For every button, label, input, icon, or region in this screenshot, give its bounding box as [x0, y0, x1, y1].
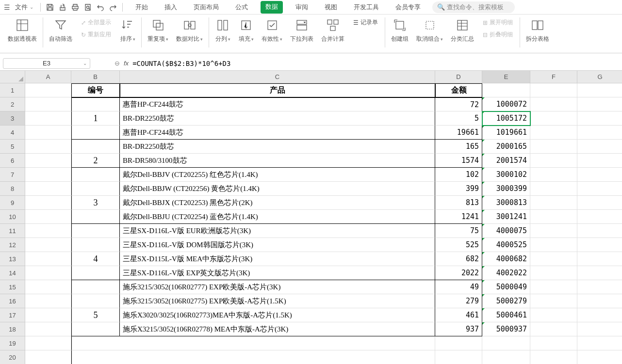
cell-C5[interactable]: BR-DR2250鼓芯 — [120, 140, 435, 154]
cell-C15[interactable]: 施乐3215/3052(106R02777) EXP欧美版-A芯片(3K) — [120, 280, 435, 294]
cell-A2[interactable] — [25, 97, 71, 111]
cell-B7[interactable] — [71, 168, 120, 182]
cell-C1[interactable]: 产品 — [120, 83, 435, 97]
tab-1[interactable]: 插入 — [161, 1, 181, 14]
group-button[interactable]: 创建组 — [388, 17, 411, 43]
print-icon[interactable] — [70, 2, 81, 13]
cell-A6[interactable] — [25, 154, 71, 168]
cell-B12[interactable] — [71, 238, 120, 252]
cell-D1[interactable]: 金额 — [435, 83, 482, 97]
cell-C12[interactable]: 三星SX-D116L-V版 DOM韩国版芯片(3K) — [120, 238, 435, 252]
cell-B10[interactable] — [71, 210, 120, 224]
cell-D5[interactable]: 165 — [435, 140, 482, 154]
row-header-18[interactable]: 18 — [0, 322, 25, 336]
cell-C10[interactable]: 戴尔Dell-BBJU (CT202254) 蓝色芯片(1.4K) — [120, 210, 435, 224]
cell-C20[interactable] — [120, 350, 435, 364]
cell-E11[interactable]: 4000075 — [482, 224, 530, 238]
tab-8[interactable]: 会员专享 — [392, 1, 425, 14]
cell-E17[interactable]: 5000461 — [482, 308, 530, 322]
cell-F7[interactable] — [530, 168, 577, 182]
cell-F20[interactable] — [530, 350, 577, 364]
row-header-4[interactable]: 4 — [0, 126, 25, 140]
cell-B14[interactable] — [71, 266, 120, 280]
tab-3[interactable]: 公式 — [231, 1, 252, 14]
col-header-F[interactable]: F — [530, 71, 577, 83]
row-header-5[interactable]: 5 — [0, 140, 25, 154]
cell-G5[interactable] — [577, 140, 622, 154]
cell-F9[interactable] — [530, 196, 577, 210]
cell-F13[interactable] — [530, 252, 577, 266]
row-header-11[interactable]: 11 — [0, 224, 25, 238]
cell-A16[interactable] — [25, 294, 71, 308]
cell-C14[interactable]: 三星SX-D116L-V版 EXP英文版芯片(3K) — [120, 266, 435, 280]
cell-G2[interactable] — [577, 97, 622, 111]
cell-A3[interactable] — [25, 111, 71, 126]
cell-B16[interactable] — [71, 294, 120, 308]
row-header-12[interactable]: 12 — [0, 238, 25, 252]
cell-B11[interactable] — [71, 224, 120, 238]
split-button[interactable]: 分列▾ — [212, 17, 233, 43]
cell-G6[interactable] — [577, 154, 622, 168]
cell-C16[interactable]: 施乐3215/3052(106R02775) EXP欧美版-A芯片(1.5K) — [120, 294, 435, 308]
cell-G19[interactable] — [577, 336, 622, 350]
cell-E20[interactable] — [482, 350, 530, 364]
cell-C19[interactable] — [120, 336, 435, 350]
cell-F2[interactable] — [530, 97, 577, 111]
subtotal-button[interactable]: 分类汇总 — [448, 17, 477, 43]
cell-A17[interactable] — [25, 308, 71, 322]
cell-G3[interactable] — [577, 111, 622, 126]
cell-G12[interactable] — [577, 238, 622, 252]
cell-A11[interactable] — [25, 224, 71, 238]
zoom-out-icon[interactable]: ⊖ — [115, 60, 120, 67]
consolidate-button[interactable]: 合并计算 — [318, 17, 347, 43]
cell-G13[interactable] — [577, 252, 622, 266]
cell-F3[interactable] — [530, 111, 577, 126]
preview-icon[interactable] — [82, 2, 93, 13]
showall-button[interactable]: ⤢全部显示 — [79, 17, 113, 28]
cell-A13[interactable] — [25, 252, 71, 266]
record-button[interactable]: ☰记录单 — [351, 17, 380, 28]
cell-A4[interactable] — [25, 126, 71, 140]
cell-B6[interactable]: 2 — [71, 154, 120, 168]
row-header-19[interactable]: 19 — [0, 336, 25, 350]
row-header-15[interactable]: 15 — [0, 280, 25, 294]
share-icon[interactable] — [57, 2, 68, 13]
cell-D20[interactable] — [435, 350, 482, 364]
ungroup-button[interactable]: 取消组合▾ — [413, 17, 446, 43]
col-header-E[interactable]: E — [482, 71, 530, 83]
cell-F6[interactable] — [530, 154, 577, 168]
fill-button[interactable]: 填充▾ — [235, 17, 257, 43]
cell-G18[interactable] — [577, 322, 622, 336]
row-header-2[interactable]: 2 — [0, 97, 25, 111]
cell-B15[interactable] — [71, 280, 120, 294]
name-box[interactable]: E3 ⌄ — [3, 58, 90, 69]
cell-A12[interactable] — [25, 238, 71, 252]
cell-G17[interactable] — [577, 308, 622, 322]
search-box[interactable]: 🔍 查找命令、搜索模板 — [432, 1, 515, 13]
cell-C9[interactable]: 戴尔Dell-BBJX (CT202253) 黑色芯片(2K) — [120, 196, 435, 210]
cell-F8[interactable] — [530, 182, 577, 196]
cell-B2[interactable] — [71, 97, 120, 111]
cell-B5[interactable] — [71, 140, 120, 154]
row-header-20[interactable]: 20 — [0, 350, 25, 364]
row-header-1[interactable]: 1 — [0, 83, 25, 97]
cell-D19[interactable] — [435, 336, 482, 350]
tab-5[interactable]: 审阅 — [292, 1, 312, 14]
collapse-button[interactable]: ⊟折叠明细 — [481, 30, 515, 40]
cell-D16[interactable]: 279 — [435, 294, 482, 308]
cell-D11[interactable]: 75 — [435, 224, 482, 238]
cell-C3[interactable]: BR-DR2250鼓芯 — [120, 111, 435, 126]
row-header-16[interactable]: 16 — [0, 294, 25, 308]
row-header-7[interactable]: 7 — [0, 168, 25, 182]
cell-D12[interactable]: 525 — [435, 238, 482, 252]
cell-G14[interactable] — [577, 266, 622, 280]
cell-C11[interactable]: 三星SX-D116L-V版 EUR欧洲版芯片(3K) — [120, 224, 435, 238]
row-header-8[interactable]: 8 — [0, 182, 25, 196]
cell-E15[interactable]: 5000049 — [482, 280, 530, 294]
cell-E2[interactable]: 1000072 — [482, 97, 530, 111]
cell-D13[interactable]: 682 — [435, 252, 482, 266]
cell-C4[interactable]: 惠普HP-CF244鼓芯 — [120, 126, 435, 140]
cell-D6[interactable]: 1574 — [435, 154, 482, 168]
cell-C17[interactable]: 施乐X3020/3025(106R02773)MEA中东版-A芯片(1.5K) — [120, 308, 435, 322]
cell-A10[interactable] — [25, 210, 71, 224]
